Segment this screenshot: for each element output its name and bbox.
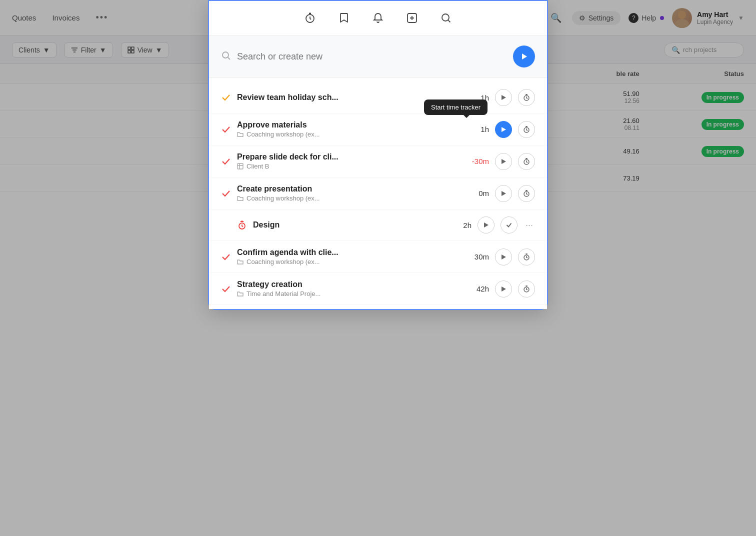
- svg-point-9: [222, 52, 228, 58]
- search-input[interactable]: [237, 52, 507, 62]
- task-project: Coaching workshop (ex...: [246, 194, 320, 202]
- task-timer-button[interactable]: [518, 185, 535, 202]
- task-timer-button[interactable]: [518, 280, 535, 298]
- task-check-red: [221, 252, 231, 262]
- task-check-yellow: [221, 92, 231, 102]
- task-time: 2h: [446, 221, 472, 230]
- task-info: Approve materials Coaching workshop (ex.…: [237, 120, 458, 138]
- task-check-red: [221, 188, 231, 198]
- task-check-red: [221, 156, 231, 166]
- task-check-red: [221, 284, 231, 294]
- svg-rect-12: [238, 164, 243, 169]
- task-timer-red-icon: [237, 220, 247, 230]
- task-name: Create presentation: [237, 184, 458, 194]
- quick-add-popup: Review team holiday sch... 1h Approv: [208, 0, 548, 310]
- task-play-button[interactable]: [495, 153, 512, 170]
- task-item: Confirm agenda with clie... Coaching wor…: [209, 241, 547, 273]
- folder-icon: [237, 258, 244, 265]
- table-icon: [237, 163, 244, 170]
- task-subtask: Client B: [237, 162, 458, 170]
- task-check-red: [221, 124, 231, 134]
- task-play-button[interactable]: [478, 216, 494, 234]
- task-project: Coaching workshop (ex...: [246, 258, 320, 266]
- popup-add-icon[interactable]: [403, 9, 421, 27]
- task-time: 42h: [464, 284, 489, 293]
- task-item: Create presentation Coaching workshop (e…: [209, 178, 547, 210]
- task-item: Prepare slide deck for cli... Client B -…: [209, 146, 547, 178]
- task-info: Design: [253, 220, 440, 230]
- task-subtask: Time and Material Proje...: [237, 290, 458, 298]
- task-name: Confirm agenda with clie...: [237, 248, 458, 257]
- task-project: Client B: [246, 162, 270, 170]
- popup-bell-icon[interactable]: [369, 9, 387, 27]
- folder-icon: [237, 290, 244, 297]
- folder-icon: [237, 131, 244, 138]
- popup-search-bar: [209, 36, 547, 78]
- task-play-button[interactable]: [495, 248, 512, 266]
- task-play-button[interactable]: [495, 280, 512, 298]
- task-time-negative: -30m: [464, 157, 489, 166]
- task-info: Strategy creation Time and Material Proj…: [237, 280, 458, 298]
- task-name: Prepare slide deck for cli...: [237, 152, 458, 162]
- task-item: Design 2h ···: [209, 210, 547, 241]
- task-subtask: Coaching workshop (ex...: [237, 258, 458, 266]
- search-input-icon: [221, 50, 231, 63]
- popup-topbar: [209, 1, 547, 36]
- task-subtask: Coaching workshop (ex...: [237, 130, 458, 138]
- svg-point-8: [442, 14, 449, 21]
- start-timer-button[interactable]: [513, 46, 535, 68]
- task-name: Approve materials: [237, 120, 458, 130]
- task-project: Time and Material Proje...: [246, 290, 320, 298]
- task-time: 1h: [464, 94, 489, 102]
- popup-bookmark-icon[interactable]: [335, 9, 353, 27]
- task-check-button[interactable]: [500, 216, 518, 234]
- task-play-button[interactable]: [495, 185, 512, 202]
- task-timer-button[interactable]: [518, 121, 535, 138]
- task-info: Confirm agenda with clie... Coaching wor…: [237, 248, 458, 266]
- popup-tasks-list: Review team holiday sch... 1h Approv: [209, 78, 547, 309]
- task-item: Review team holiday sch... 1h: [209, 82, 547, 114]
- popup-timer-icon[interactable]: [301, 9, 319, 27]
- task-more-button[interactable]: ···: [524, 220, 535, 230]
- task-name: Design: [253, 220, 440, 230]
- task-play-button[interactable]: [495, 89, 512, 106]
- task-play-button-active[interactable]: Start time tracker: [495, 121, 512, 138]
- task-time: 30m: [464, 252, 489, 261]
- task-item: Strategy creation Time and Material Proj…: [209, 273, 547, 305]
- task-subtask: Coaching workshop (ex...: [237, 194, 458, 202]
- task-name: Review team holiday sch...: [237, 93, 458, 102]
- task-time: 1h: [464, 125, 489, 134]
- task-info: Create presentation Coaching workshop (e…: [237, 184, 458, 202]
- task-timer-button[interactable]: [518, 248, 535, 266]
- popup-search-icon[interactable]: [437, 9, 455, 27]
- task-time: 0m: [464, 189, 489, 198]
- task-info: Prepare slide deck for cli... Client B: [237, 152, 458, 170]
- task-project: Coaching workshop (ex...: [246, 130, 320, 138]
- folder-icon: [237, 195, 244, 202]
- task-info: Review team holiday sch...: [237, 93, 458, 102]
- task-timer-button[interactable]: [518, 89, 535, 106]
- task-item: Approve materials Coaching workshop (ex.…: [209, 114, 547, 146]
- task-name: Strategy creation: [237, 280, 458, 289]
- task-timer-button[interactable]: [518, 153, 535, 170]
